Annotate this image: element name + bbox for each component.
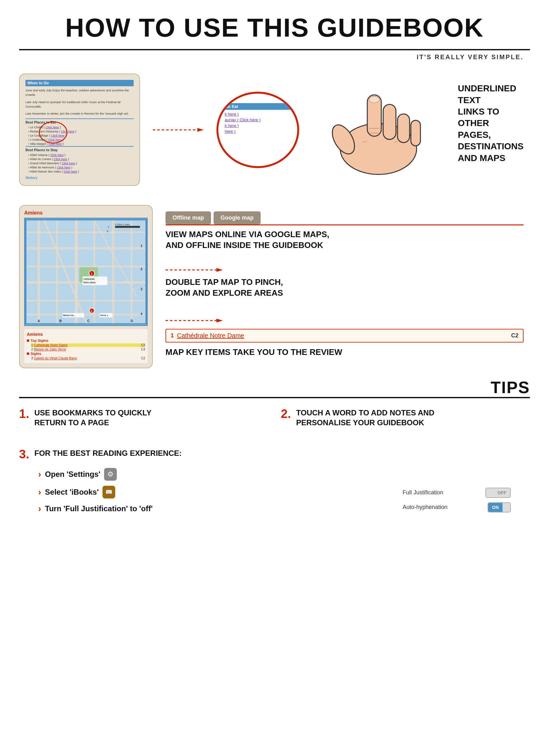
verne-link[interactable]: Maison de Jules Verne — [34, 348, 66, 351]
svg-text:C: C — [87, 319, 90, 323]
double-tap-area: DOUBLE TAP MAP TO PINCH,ZOOM AND EXPLORE… — [165, 267, 524, 299]
map-key-item-1[interactable]: 1 Cathédrale Notre Dame C2 — [31, 343, 145, 347]
stay-item-4: › Hôtel de Nemours ( Click here ) — [28, 166, 134, 169]
subtitle: IT'S REALLY VERY SIMPLE. — [0, 50, 549, 61]
eat-item-3: › Le Coquillage ( Click here ) — [28, 134, 134, 137]
svg-text:Notre Dame: Notre Dame — [83, 281, 95, 284]
sights-label: Sights — [31, 352, 41, 356]
zoom-eat-header: to Eat — [225, 103, 291, 110]
top-sights-header: Top Sights — [27, 339, 145, 343]
toggle-switch-1[interactable]: OFF — [485, 488, 511, 498]
svg-text:3: 3 — [141, 287, 143, 291]
tip3-bullet-2: › Select 'iBooks' 📖 — [38, 486, 371, 498]
toggle-label-1: Full Justification — [403, 489, 443, 496]
mock-stay-header: Best Places to Stay — [25, 146, 134, 152]
history-link[interactable]: History — [25, 176, 134, 180]
mock-when-header: When to Go — [25, 80, 134, 86]
zoom-circle-panel: to Eat k here ) aunay ( Click here ) k h… — [216, 92, 299, 168]
svg-rect-20 — [25, 232, 147, 234]
tip3-bullet-1: › Open 'Settings' ⚙ — [38, 468, 371, 481]
map-key-item-2[interactable]: 2 Maison de Jules Verne C4 — [31, 348, 145, 351]
tip-3-number: 3. — [19, 448, 31, 460]
map-buttons-row: Offline map Google map — [165, 211, 524, 224]
eat-link-1[interactable]: Click here — [46, 125, 59, 129]
eat-link-5[interactable]: Click here — [48, 142, 62, 145]
main-title: HOW TO USE THIS GUIDEBOOK — [19, 13, 530, 43]
svg-text:2: 2 — [91, 310, 93, 313]
eat-link-3[interactable]: Click here — [51, 134, 64, 137]
map-key-callout[interactable]: 1 Cathédrale Notre Dame C2 — [165, 329, 524, 343]
toggle-on-state-2[interactable]: ON — [488, 503, 503, 512]
eat-link-4[interactable]: Click here — [48, 138, 62, 141]
tip-2: 2. TOUCH A WORD TO ADD NOTES ANDPERSONAL… — [281, 408, 524, 427]
zoom-link-2[interactable]: aunay ( Click here ) — [225, 117, 291, 122]
callout-name[interactable]: Cathédrale Notre Dame — [177, 332, 508, 339]
svg-text:Cathédrale: Cathédrale — [83, 278, 95, 280]
eat-item-5: › Villa Margot ( Click here ) — [28, 142, 134, 145]
zoom-link-4[interactable]: here ) — [225, 129, 291, 134]
tips-col-2: 2. TOUCH A WORD TO ADD NOTES ANDPERSONAL… — [281, 408, 524, 435]
svg-text:A: A — [38, 319, 40, 323]
zoom-link-3[interactable]: k here ) — [225, 123, 291, 128]
mock-when-body1: June and early July Enjoy the beaches, o… — [25, 88, 134, 97]
toggle-switch-2[interactable]: ON — [488, 502, 511, 512]
map-buttons-area: Offline map Google map VIEW MAPS ONLINE … — [165, 208, 524, 251]
zoom-panel-container: to Eat k here ) aunay ( Click here ) k h… — [216, 92, 299, 168]
stay-item-2: › Hôtel du Centre ( Click here ) — [28, 157, 134, 161]
sights-dot — [27, 352, 29, 355]
toggle-off-state-1[interactable]: OFF — [494, 488, 510, 497]
eat-item-4: › L'Ambroisin ( Click here ) — [28, 138, 134, 141]
svg-rect-5 — [383, 104, 396, 139]
svg-rect-15 — [56, 219, 58, 325]
svg-text:B: B — [59, 319, 62, 323]
tips-header-row: TIPS — [19, 378, 530, 397]
tip3-text-2: Select 'iBooks' — [45, 488, 99, 497]
toggle-row-2: Auto-hyphenation ON — [403, 502, 511, 512]
svg-text:Verne ●: Verne ● — [100, 314, 108, 317]
stay-link-1[interactable]: Click here — [50, 153, 64, 157]
top-sights-label: Top Sights — [31, 339, 48, 343]
vitrail-link[interactable]: Galerie du Vitrail Claude Barre — [34, 357, 77, 360]
link-explanation: UNDERLINED TEXTLINKS TO OTHER PAGES,DEST… — [458, 83, 524, 177]
stay-link-4[interactable]: Click here — [57, 166, 70, 169]
map-mockup: Amiens A B C D 1 2 3 4 — [19, 205, 153, 368]
svg-text:4: 4 — [141, 312, 143, 316]
svg-rect-14 — [38, 219, 40, 325]
mock-when-body2: Late July Head to Quimper for traditiona… — [25, 100, 134, 109]
guidebook-mockup: When to Go June and early July Enjoy the… — [19, 74, 140, 186]
svg-text:Maison de...: Maison de... — [63, 314, 75, 317]
hand-illustration — [312, 79, 445, 181]
svg-rect-19 — [130, 219, 132, 325]
tip-3-text: FOR THE BEST READING EXPERIENCE: — [34, 448, 182, 460]
review-description: MAP KEY ITEMS TAKE YOU TO THE REVIEW — [165, 347, 524, 358]
stay-link-3[interactable]: Click here — [62, 161, 75, 165]
google-map-button[interactable]: Google map — [214, 211, 261, 224]
offline-map-button[interactable]: Offline map — [165, 211, 211, 224]
cathedral-link[interactable]: Cathédrale Notre Dame — [34, 343, 67, 347]
tips-section: 1. USE BOOKMARKS TO QUICKLYRETURN TO A P… — [0, 398, 549, 445]
map-key-city: Amiens — [27, 332, 145, 337]
toggle-row-1: Full Justification OFF — [403, 488, 511, 498]
dashed-arrow-3 — [165, 317, 223, 324]
double-tap-arrow-row — [165, 267, 524, 273]
map-key-item-3[interactable]: 3 Galerie du Vitrail Claude Barre C2 — [31, 357, 145, 360]
chevron-icon-3: › — [38, 504, 41, 514]
stay-link-5[interactable]: Click here — [64, 170, 77, 173]
stay-link-2[interactable]: Click here — [54, 157, 67, 161]
map-key-callout-area: 1 Cathédrale Notre Dame C2 MAP KEY ITEMS… — [165, 317, 524, 358]
item-1-num: 1 Cathédrale Notre Dame — [31, 343, 67, 347]
hand-svg — [318, 79, 439, 181]
callout-arrow-row — [165, 317, 524, 324]
svg-rect-16 — [75, 219, 78, 325]
section2-maps: Amiens A B C D 1 2 3 4 — [0, 199, 549, 375]
mock-when-body3: Late November In winter, join the crowds… — [25, 111, 134, 116]
zoom-link-1[interactable]: k here ) — [225, 112, 291, 117]
toggle-off-label-1 — [486, 488, 494, 497]
eat-link-2[interactable]: Click here — [61, 130, 74, 133]
tip-1-text: USE BOOKMARKS TO QUICKLYRETURN TO A PAGE — [34, 408, 151, 427]
chevron-icon-1: › — [38, 469, 41, 479]
svg-text:0     200m 1 miles: 0 200m 1 miles — [115, 223, 130, 226]
map-image-container[interactable]: A B C D 1 2 3 4 — [24, 218, 148, 326]
top-sights-dot — [27, 339, 29, 342]
item-1-coord: C2 — [141, 343, 145, 347]
